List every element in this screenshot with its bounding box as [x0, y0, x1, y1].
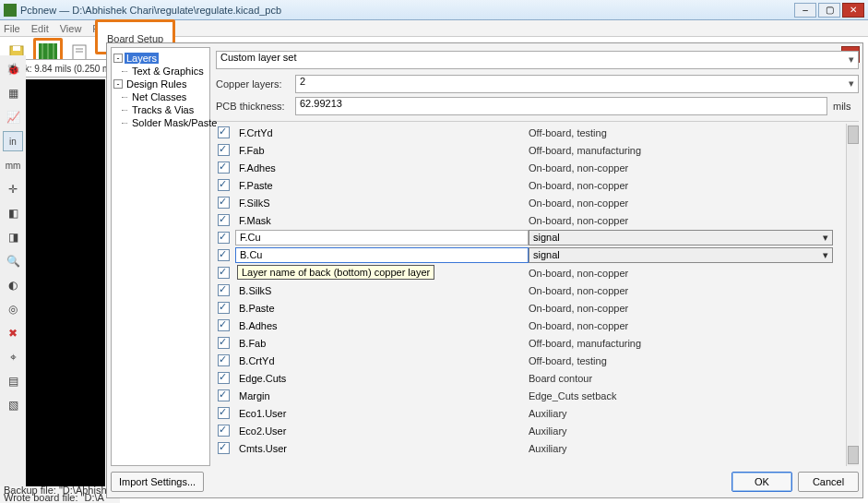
layer-row: Eco1.UserAuxiliary: [216, 404, 846, 422]
rail-grid-icon[interactable]: ▦: [3, 83, 23, 103]
layer-description: On-board, non-copper: [529, 303, 846, 314]
left-tool-rail: 🐞 ▦ 📈 in mm ✛ ◧ ◨ 🔍 ◐ ◎ ✖ ⌖ ▤ ▧: [0, 55, 26, 503]
rail-zoom-icon[interactable]: 🔍: [3, 251, 23, 271]
layer-name-label: Eco2.User: [235, 425, 529, 437]
tree-layers[interactable]: - Layers: [113, 52, 208, 65]
layer-list: F.CrtYdOff-board, testingF.FabOff-board,…: [216, 124, 859, 466]
rail-ex-icon[interactable]: ✖: [3, 323, 23, 343]
maximize-button[interactable]: ▢: [818, 3, 840, 18]
rail-bug-icon[interactable]: 🐞: [3, 59, 23, 79]
layer-row: F.Cusignal: [216, 229, 846, 246]
menu-file[interactable]: File: [4, 20, 20, 36]
rail-units-mm-icon[interactable]: mm: [3, 155, 23, 175]
layer-description: On-board, non-copper: [529, 215, 846, 226]
minimize-button[interactable]: –: [794, 3, 816, 18]
menu-edit[interactable]: Edit: [31, 20, 49, 36]
rail-cursor-icon[interactable]: ✛: [3, 179, 23, 199]
expand-icon[interactable]: -: [113, 79, 123, 89]
layer-description: Off-board, manufacturing: [529, 338, 846, 349]
layer-description: On-board, non-copper: [529, 268, 846, 279]
tree-net-classes[interactable]: Net Classes: [113, 90, 208, 103]
layer-row: B.AdhesOn-board, non-copper: [216, 317, 846, 334]
expand-icon[interactable]: -: [113, 54, 123, 63]
layer-name-label: F.Fab: [235, 145, 529, 156]
layer-enable-checkbox[interactable]: [218, 214, 230, 226]
layer-description: Auxiliary: [529, 443, 846, 454]
layer-row: F.AdhesOn-board, non-copper: [216, 159, 846, 176]
layer-name-label: B.Paste: [235, 303, 529, 314]
layer-name-label: F.Adhes: [235, 162, 529, 174]
layer-row: Eco2.UserAuxiliary: [216, 422, 846, 439]
rail-fill-icon[interactable]: ▧: [3, 395, 23, 415]
layer-description: Off-board, testing: [529, 127, 846, 138]
layer-description: On-board, non-copper: [529, 285, 846, 296]
rail-pad2-icon[interactable]: ◨: [3, 227, 23, 247]
scroll-down-icon[interactable]: [848, 446, 859, 464]
import-settings-button[interactable]: Import Settings...: [111, 472, 204, 492]
layer-row: B.Cusignal: [216, 246, 846, 264]
layer-description: On-board, non-copper: [529, 198, 846, 209]
cancel-button[interactable]: Cancel: [798, 472, 859, 492]
layer-enable-checkbox[interactable]: [218, 389, 230, 401]
board-setup-dialog: ✕ - Layers Text & Graphics - Design Rule…: [106, 42, 863, 498]
rail-ratsnest-icon[interactable]: ⌖: [3, 347, 23, 367]
layer-enable-checkbox[interactable]: [218, 319, 230, 331]
layer-description: Auxiliary: [529, 408, 846, 419]
copper-layers-label: Copper layers:: [216, 78, 290, 90]
layer-row: F.MaskOn-board, non-copper: [216, 211, 846, 229]
tree-design-rules[interactable]: - Design Rules: [113, 78, 208, 90]
tree-tracks-vias[interactable]: Tracks & Vias: [113, 103, 208, 116]
layer-row: B.FabOff-board, manufacturing: [216, 334, 846, 352]
rail-via-icon[interactable]: ◎: [3, 299, 23, 319]
layer-enable-checkbox[interactable]: [218, 197, 230, 209]
layer-description: Auxiliary: [529, 425, 846, 437]
layer-enable-checkbox[interactable]: [218, 425, 230, 437]
layer-enable-checkbox[interactable]: [218, 249, 230, 261]
layer-name-label: B.Fab: [235, 338, 529, 349]
menu-view[interactable]: View: [60, 20, 82, 36]
layer-enable-checkbox[interactable]: [218, 284, 230, 296]
layer-enable-checkbox[interactable]: [218, 126, 230, 138]
layer-type-select[interactable]: signal: [529, 247, 833, 263]
statusbar: Backup file: "D:\Abhish Wrote board file…: [0, 486, 120, 503]
copper-layers-select[interactable]: 2: [295, 75, 859, 93]
pcb-thickness-input[interactable]: 62.99213: [295, 97, 827, 115]
layer-enable-checkbox[interactable]: [218, 337, 230, 349]
layer-enable-checkbox[interactable]: [218, 144, 230, 156]
layer-type-select[interactable]: signal: [529, 230, 833, 246]
scroll-up-icon[interactable]: [848, 126, 859, 144]
layer-enable-checkbox[interactable]: [218, 232, 230, 244]
layer-preset-select[interactable]: Custom layer set: [216, 51, 859, 69]
layer-name-input[interactable]: B.Cu: [235, 247, 529, 263]
layer-enable-checkbox[interactable]: [218, 442, 230, 454]
close-window-button[interactable]: ✕: [842, 3, 864, 18]
rail-pad1-icon[interactable]: ◧: [3, 203, 23, 223]
rail-polar-icon[interactable]: 📈: [3, 107, 23, 127]
layer-enable-checkbox[interactable]: [218, 179, 230, 191]
rail-layers-icon[interactable]: ▤: [3, 371, 23, 391]
layer-enable-checkbox[interactable]: [218, 407, 230, 419]
pcb-canvas[interactable]: [26, 79, 105, 486]
rail-contrast-icon[interactable]: ◐: [3, 275, 23, 295]
layer-enable-checkbox[interactable]: [218, 372, 230, 384]
window-controls: – ▢ ✕: [794, 3, 864, 18]
layer-enable-checkbox[interactable]: [218, 267, 230, 279]
dialog-button-row: Import Settings... OK Cancel: [111, 470, 859, 494]
window-title: Pcbnew — D:\Abhishek Chari\regulate\regu…: [20, 5, 281, 16]
rail-units-in-icon[interactable]: in: [3, 131, 23, 151]
layer-enable-checkbox[interactable]: [218, 354, 230, 366]
tree-text-graphics[interactable]: Text & Graphics: [113, 65, 208, 78]
separator: [216, 121, 859, 122]
layer-enable-checkbox[interactable]: [218, 162, 230, 174]
layer-row: F.CrtYdOff-board, testing: [216, 124, 846, 141]
layer-row: Cmts.UserAuxiliary: [216, 439, 846, 457]
layer-enable-checkbox[interactable]: [218, 302, 230, 314]
layer-description: Off-board, manufacturing: [529, 145, 846, 156]
layer-name-input[interactable]: F.Cu: [235, 230, 529, 246]
layer-name-label: F.Mask: [235, 215, 529, 226]
layer-description: On-board, non-copper: [529, 320, 846, 331]
layer-list-scrollbar[interactable]: [846, 124, 859, 466]
ok-button[interactable]: OK: [731, 472, 792, 492]
settings-tree: - Layers Text & Graphics - Design Rules …: [111, 47, 210, 466]
tree-solder-mask[interactable]: Solder Mask/Paste: [113, 116, 208, 129]
